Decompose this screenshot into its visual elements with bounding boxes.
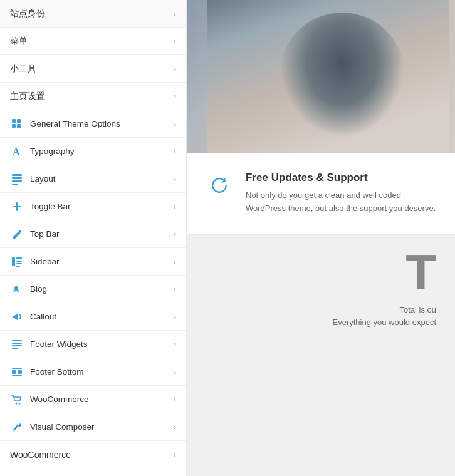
chevron-icon: › bbox=[174, 229, 176, 239]
svg-text:A: A bbox=[13, 147, 20, 157]
sidebar-item-extra-css[interactable]: 额外CSS › bbox=[0, 468, 186, 476]
face-silhouette bbox=[280, 13, 405, 138]
svg-rect-21 bbox=[12, 368, 22, 369]
grid-icon bbox=[10, 117, 24, 131]
svg-point-16 bbox=[14, 286, 18, 290]
sidebar-item-site-identity[interactable]: 站点身份 › bbox=[0, 0, 186, 28]
svg-rect-12 bbox=[16, 257, 22, 259]
sidebar-item-widgets[interactable]: 小工具 › bbox=[0, 55, 186, 83]
main-content: Free Updates & Support Not only do you g… bbox=[187, 0, 455, 476]
svg-rect-6 bbox=[12, 177, 22, 179]
content-bottom: Free Updates & Support Not only do you g… bbox=[187, 153, 455, 476]
svg-rect-10 bbox=[13, 206, 21, 207]
updates-section: Free Updates & Support Not only do you g… bbox=[187, 153, 455, 235]
chevron-icon: › bbox=[174, 395, 176, 404]
svg-rect-14 bbox=[16, 263, 22, 264]
svg-point-26 bbox=[19, 402, 21, 404]
svg-rect-24 bbox=[12, 375, 22, 376]
sidebar-item-blog[interactable]: Blog › bbox=[0, 276, 186, 303]
chevron-icon: › bbox=[174, 284, 176, 294]
total-line2: Everything you would expect bbox=[333, 316, 436, 329]
svg-rect-1 bbox=[17, 119, 21, 123]
updates-text-block: Free Updates & Support Not only do you g… bbox=[246, 172, 436, 215]
sidebar-icon bbox=[10, 255, 24, 269]
pencil-icon bbox=[10, 227, 24, 241]
chevron-icon: › bbox=[174, 450, 176, 459]
letter-a-icon: A bbox=[10, 145, 24, 158]
sidebar-item-woocommerce[interactable]: WooCommerce › bbox=[0, 386, 186, 413]
footer-bottom-icon bbox=[10, 365, 24, 379]
total-line1: Total is ou bbox=[399, 304, 436, 317]
chevron-icon: › bbox=[174, 36, 176, 46]
sidebar-item-general-theme-options[interactable]: General Theme Options › bbox=[0, 110, 186, 138]
chevron-icon: › bbox=[174, 119, 176, 128]
sidebar-item-homepage[interactable]: 主页设置 › bbox=[0, 83, 186, 110]
svg-rect-23 bbox=[18, 370, 22, 374]
cart-icon bbox=[10, 393, 24, 406]
hero-image bbox=[187, 0, 455, 153]
sidebar-item-visual-composer[interactable]: Visual Composer › bbox=[0, 413, 186, 441]
svg-rect-17 bbox=[12, 340, 22, 341]
total-section: T Total is ou Everything you would expec… bbox=[187, 235, 455, 476]
sidebar-item-layout[interactable]: Layout › bbox=[0, 165, 186, 193]
blog-icon bbox=[10, 282, 24, 296]
sidebar-item-top-bar[interactable]: Top Bar › bbox=[0, 220, 186, 248]
chevron-icon: › bbox=[174, 202, 176, 211]
svg-point-25 bbox=[16, 402, 18, 404]
svg-rect-7 bbox=[12, 180, 22, 182]
svg-rect-8 bbox=[12, 184, 18, 185]
svg-rect-2 bbox=[12, 124, 16, 128]
updates-description: Not only do you get a clean and well cod… bbox=[246, 189, 436, 215]
svg-rect-15 bbox=[16, 266, 20, 267]
chevron-icon: › bbox=[174, 174, 176, 184]
svg-rect-3 bbox=[17, 124, 21, 128]
svg-rect-20 bbox=[12, 348, 18, 349]
sidebar-item-woocommerce-bottom[interactable]: WooCommerce › bbox=[0, 441, 186, 468]
chevron-icon: › bbox=[174, 367, 176, 376]
chevron-icon: › bbox=[174, 257, 176, 266]
sidebar-item-toggle-bar[interactable]: Toggle Bar › bbox=[0, 193, 186, 220]
paint-icon bbox=[10, 420, 24, 434]
refresh-icon-container bbox=[206, 172, 233, 199]
chevron-icon: › bbox=[174, 91, 176, 101]
svg-rect-0 bbox=[12, 119, 16, 123]
svg-rect-11 bbox=[12, 257, 15, 266]
chevron-icon: › bbox=[174, 422, 176, 432]
sidebar-item-callout[interactable]: Callout › bbox=[0, 303, 186, 331]
layout-icon bbox=[10, 172, 24, 186]
megaphone-icon bbox=[10, 310, 24, 324]
chevron-icon: › bbox=[174, 147, 176, 156]
chevron-icon: › bbox=[174, 64, 176, 73]
sidebar-item-footer-widgets[interactable]: Footer Widgets › bbox=[0, 331, 186, 358]
sidebar-item-sidebar[interactable]: Sidebar › bbox=[0, 248, 186, 276]
updates-title: Free Updates & Support bbox=[246, 172, 436, 184]
chevron-icon: › bbox=[174, 9, 176, 18]
chevron-icon: › bbox=[174, 339, 176, 349]
svg-rect-13 bbox=[16, 261, 22, 262]
svg-rect-19 bbox=[12, 345, 22, 346]
refresh-icon bbox=[208, 174, 231, 197]
sidebar-item-typography[interactable]: A Typography › bbox=[0, 138, 186, 165]
big-letter-t: T bbox=[405, 247, 436, 298]
footer-widgets-icon bbox=[10, 338, 24, 351]
sidebar-item-menu[interactable]: 菜单 › bbox=[0, 28, 186, 55]
plus-icon bbox=[10, 200, 24, 214]
svg-rect-22 bbox=[12, 370, 16, 374]
sidebar-item-footer-bottom[interactable]: Footer Bottom › bbox=[0, 358, 186, 386]
svg-rect-18 bbox=[12, 343, 22, 344]
svg-rect-5 bbox=[12, 174, 22, 176]
sidebar: 站点身份 › 菜单 › 小工具 › 主页设置 › General Theme O… bbox=[0, 0, 187, 476]
chevron-icon: › bbox=[174, 312, 176, 321]
